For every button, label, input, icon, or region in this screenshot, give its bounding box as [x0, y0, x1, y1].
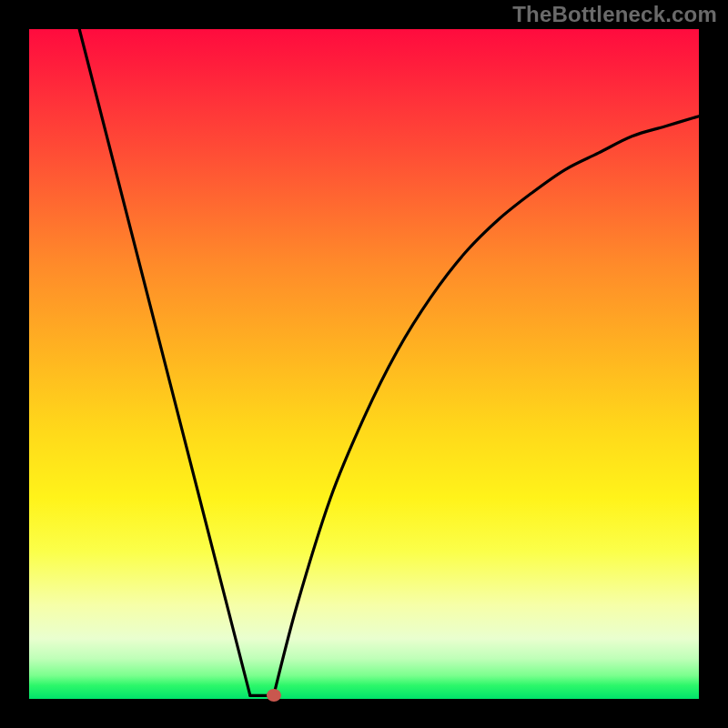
right-branch-path	[274, 116, 699, 696]
plot-area	[29, 29, 699, 699]
left-branch-path	[79, 29, 250, 695]
bottleneck-curve	[29, 29, 699, 699]
chart-container: TheBottleneck.com	[0, 0, 728, 728]
watermark-text: TheBottleneck.com	[512, 2, 717, 27]
valley-marker	[267, 689, 281, 702]
